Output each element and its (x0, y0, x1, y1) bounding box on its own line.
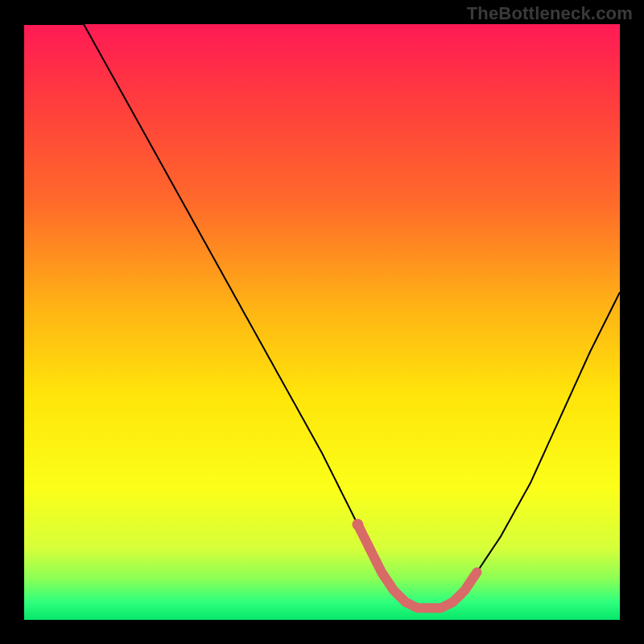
chart-frame: TheBottleneck.com (0, 0, 644, 644)
watermark-text: TheBottleneck.com (467, 3, 633, 24)
gradient-background (24, 24, 620, 620)
bottleneck-chart-svg (24, 24, 620, 620)
highlight-marker (352, 519, 363, 530)
plot-area (24, 24, 620, 620)
